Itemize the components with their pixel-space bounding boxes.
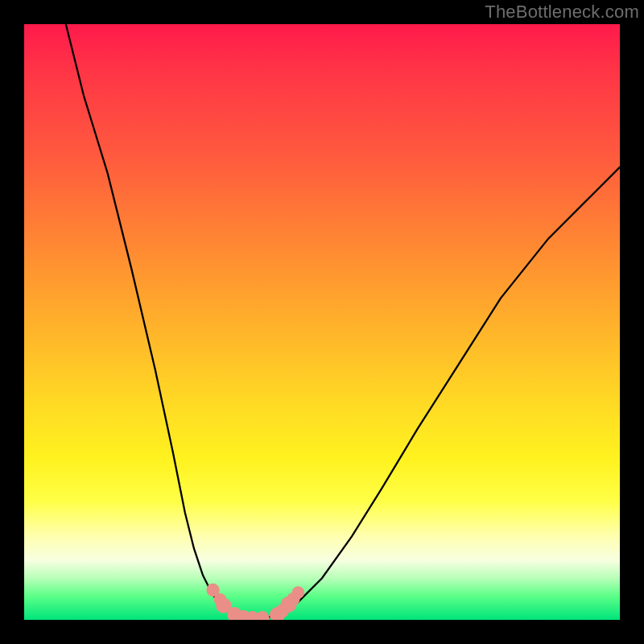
curve-right-branch [283, 167, 620, 613]
marker-layer [206, 584, 304, 620]
curve-layer [24, 24, 620, 620]
watermark-text: TheBottleneck.com [485, 2, 639, 23]
curve-marker [255, 611, 269, 620]
plot-area [24, 24, 620, 620]
curve-left-branch [66, 24, 229, 613]
chart-stage: TheBottleneck.com [0, 0, 644, 644]
curve-marker [292, 586, 305, 599]
